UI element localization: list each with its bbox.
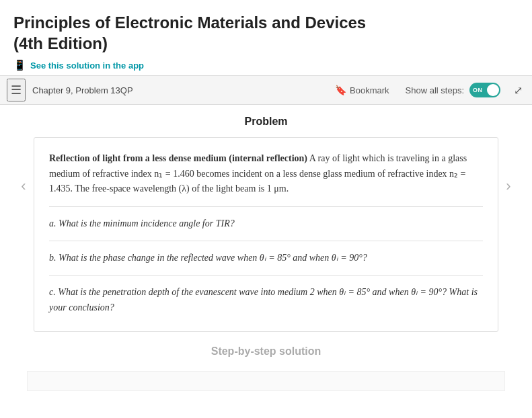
problem-intro: Reflection of light from a less dense me… <box>49 151 483 196</box>
toggle-knob <box>487 84 499 96</box>
content-area: Problem ‹ Reflection of light from a les… <box>0 105 532 402</box>
problem-box: Reflection of light from a less dense me… <box>34 137 498 332</box>
divider-a <box>49 206 483 207</box>
show-all-steps-toggle[interactable]: ON <box>469 83 500 97</box>
divider-b <box>49 241 483 241</box>
bookmark-button[interactable]: 🔖 Bookmark <box>330 82 395 98</box>
expand-button[interactable]: ⤢ <box>511 81 525 99</box>
see-solution-link[interactable]: 📱 See this solution in the app <box>13 59 519 71</box>
problem-part-c: c. What is the penetration depth of the … <box>49 285 483 315</box>
problem-part-b: b. What is the phase change in the refle… <box>49 251 483 265</box>
next-arrow[interactable]: › <box>498 177 519 195</box>
chapter-label: Chapter 9, Problem 13QP <box>32 85 133 95</box>
prev-arrow[interactable]: ‹ <box>13 177 34 195</box>
toggle-on-label: ON <box>473 87 483 93</box>
problem-label: Problem <box>13 116 519 128</box>
page-title: Principles of Electronic Materials and D… <box>13 12 519 54</box>
phone-icon: 📱 <box>13 59 26 71</box>
step-box-preview <box>27 371 505 391</box>
toolbar-right: 🔖 Bookmark Show all steps: ON ⤢ <box>330 81 525 99</box>
divider-c <box>49 275 483 276</box>
problem-nav: ‹ Reflection of light from a less dense … <box>13 137 519 332</box>
show-all-steps-label: Show all steps: ON <box>406 83 500 97</box>
page-header: Principles of Electronic Materials and D… <box>0 0 532 75</box>
toolbar: ☰ Chapter 9, Problem 13QP 🔖 Bookmark Sho… <box>0 75 532 105</box>
step-by-step-section: Step-by-step solution <box>13 332 519 364</box>
problem-intro-bold: Reflection of light from a less dense me… <box>49 153 307 163</box>
problem-part-a: a. What is the minimum incidence angle f… <box>49 216 483 231</box>
step-by-step-label: Step-by-step solution <box>13 345 519 358</box>
menu-icon[interactable]: ☰ <box>7 79 26 101</box>
bookmark-icon: 🔖 <box>335 85 346 95</box>
toolbar-left: ☰ Chapter 9, Problem 13QP <box>7 79 330 101</box>
